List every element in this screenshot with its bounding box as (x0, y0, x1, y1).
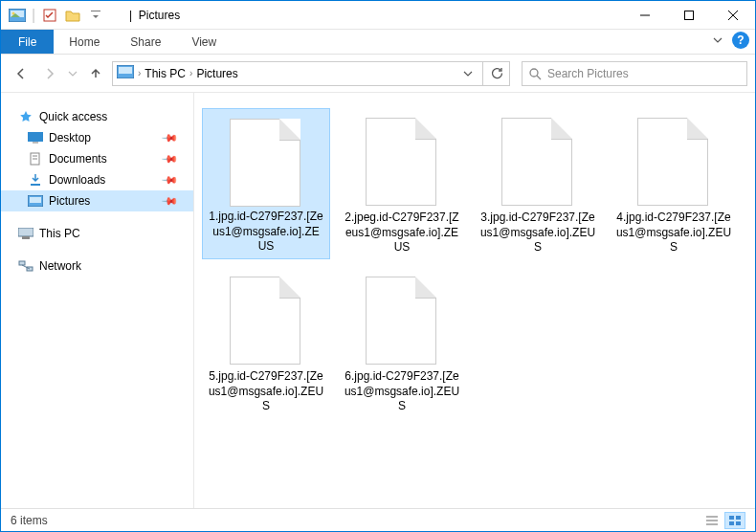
address-bar[interactable]: › This PC › Pictures (112, 61, 483, 86)
svg-rect-10 (119, 67, 132, 74)
tab-home[interactable]: Home (54, 30, 115, 54)
pictures-icon (28, 193, 43, 209)
file-name: 2.jpeg.id-C279F237.[Zeus1@msgsafe.io].ZE… (342, 211, 462, 255)
file-item[interactable]: 1.jpg.id-C279F237.[Zeus1@msgsafe.io].ZEU… (202, 108, 330, 259)
quick-access-header[interactable]: Quick access (1, 106, 193, 127)
pin-icon: 📌 (160, 128, 178, 146)
file-thumbnail (228, 117, 304, 204)
search-icon (528, 67, 542, 80)
details-view-button[interactable] (701, 512, 723, 529)
sidebar-item-label: Network (39, 259, 81, 273)
navigation-bar: › This PC › Pictures Search Pictures (1, 55, 755, 93)
app-icon (9, 7, 26, 24)
file-name: 3.jpg.id-C279F237.[Zeus1@msgsafe.io].ZEU… (478, 211, 598, 255)
title-text: Pictures (139, 9, 180, 22)
file-thumbnail (635, 116, 712, 205)
sidebar-item-downloads[interactable]: Downloads 📌 (1, 169, 193, 190)
file-item[interactable]: 6.jpg.id-C279F237.[Zeus1@msgsafe.io].ZEU… (338, 267, 466, 418)
file-thumbnail (364, 275, 440, 364)
maximize-button[interactable] (667, 1, 711, 30)
sidebar-item-desktop[interactable]: Desktop 📌 (1, 127, 193, 148)
back-button[interactable] (9, 61, 33, 86)
crumb-pictures[interactable]: Pictures (196, 67, 237, 80)
sidebar-item-pictures[interactable]: Pictures 📌 (1, 190, 193, 211)
svg-rect-4 (91, 11, 100, 11)
file-thumbnail (500, 116, 576, 205)
new-folder-icon[interactable] (64, 7, 81, 24)
up-button[interactable] (83, 61, 108, 86)
forward-button[interactable] (37, 61, 62, 86)
file-thumbnail (228, 275, 304, 364)
svg-rect-6 (685, 11, 694, 19)
large-icons-view-button[interactable] (724, 512, 745, 529)
svg-rect-20 (30, 197, 41, 203)
pin-icon: 📌 (160, 191, 178, 210)
sidebar-item-documents[interactable]: Documents 📌 (1, 148, 193, 169)
pin-icon: 📌 (160, 170, 178, 188)
crumb-label: Pictures (196, 67, 237, 80)
sidebar-item-label: Documents (49, 152, 107, 166)
refresh-button[interactable] (483, 61, 510, 86)
sidebar-item-label: Desktop (49, 131, 91, 144)
quick-access-toolbar: | (1, 7, 112, 24)
help-icon[interactable]: ? (732, 32, 749, 49)
title-bar: | | Pictures (1, 1, 755, 30)
svg-rect-32 (736, 521, 741, 525)
svg-rect-21 (18, 228, 33, 236)
quick-access-label: Quick access (39, 110, 107, 123)
crumb-label: This PC (145, 67, 186, 80)
svg-rect-30 (736, 516, 741, 520)
tab-view[interactable]: View (176, 30, 232, 54)
recent-locations-dropdown[interactable] (66, 61, 79, 86)
file-tab[interactable]: File (1, 30, 54, 54)
svg-rect-13 (28, 132, 43, 142)
svg-line-12 (537, 76, 541, 79)
documents-icon (28, 151, 43, 166)
desktop-icon (28, 130, 43, 145)
svg-rect-22 (22, 236, 30, 239)
sidebar-item-this-pc[interactable]: This PC (1, 223, 193, 244)
file-item[interactable]: 2.jpeg.id-C279F237.[Zeus1@msgsafe.io].ZE… (338, 108, 466, 259)
properties-icon[interactable] (41, 7, 58, 24)
minimize-button[interactable] (623, 1, 667, 30)
qat-separator: | (32, 7, 35, 24)
item-count: 6 items (11, 514, 48, 527)
crumb-sep: › (189, 68, 192, 78)
crumb-this-pc[interactable]: This PC (145, 67, 186, 80)
svg-rect-31 (729, 521, 734, 525)
sidebar-item-network[interactable]: Network (1, 255, 193, 277)
crumb-sep: › (138, 68, 141, 78)
title-sep: | (129, 9, 132, 22)
search-input[interactable]: Search Pictures (522, 61, 747, 86)
navigation-pane: Quick access Desktop 📌 Documents 📌 Downl… (1, 93, 194, 508)
sidebar-item-label: Pictures (49, 194, 90, 208)
sidebar-item-label: Downloads (49, 173, 105, 187)
sidebar-item-label: This PC (39, 227, 80, 240)
file-list[interactable]: 1.jpg.id-C279F237.[Zeus1@msgsafe.io].ZEU… (194, 93, 755, 508)
tab-share[interactable]: Share (115, 30, 176, 54)
file-item[interactable]: 5.jpg.id-C279F237.[Zeus1@msgsafe.io].ZEU… (202, 267, 330, 418)
svg-point-11 (530, 69, 538, 77)
svg-rect-18 (31, 184, 40, 186)
file-name: 4.jpg.id-C279F237.[Zeus1@msgsafe.io].ZEU… (613, 211, 734, 255)
svg-rect-29 (729, 516, 734, 520)
downloads-icon (28, 172, 43, 188)
qat-dropdown-icon[interactable] (87, 7, 104, 24)
this-pc-icon (18, 226, 33, 241)
ribbon-expand-icon[interactable] (713, 35, 723, 45)
svg-rect-14 (33, 142, 38, 144)
svg-rect-23 (19, 261, 25, 265)
file-item[interactable]: 3.jpg.id-C279F237.[Zeus1@msgsafe.io].ZEU… (474, 108, 602, 259)
file-thumbnail (364, 116, 440, 205)
network-icon (18, 258, 33, 274)
close-button[interactable] (711, 1, 755, 30)
ribbon: File Home Share View ? (1, 30, 755, 55)
location-icon (117, 65, 134, 82)
search-placeholder: Search Pictures (547, 67, 629, 80)
address-dropdown-icon[interactable] (457, 69, 478, 78)
star-icon (18, 109, 33, 124)
file-name: 1.jpg.id-C279F237.[Zeus1@msgsafe.io].ZEU… (207, 210, 325, 255)
window-controls (623, 1, 755, 30)
file-item[interactable]: 4.jpg.id-C279F237.[Zeus1@msgsafe.io].ZEU… (610, 108, 738, 259)
pin-icon: 📌 (160, 149, 178, 167)
